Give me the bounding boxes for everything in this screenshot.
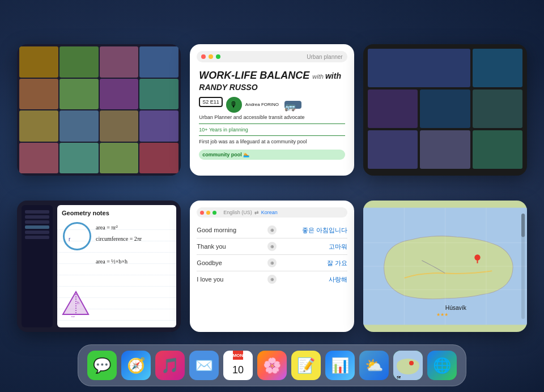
- photo-cell: [60, 79, 99, 110]
- translate-kr-1: 고마워: [281, 242, 347, 251]
- translate-content: English (US) ⇄ Korean Good morning ⊕ 좋은 …: [190, 201, 354, 332]
- close-dot: [201, 54, 206, 59]
- keynote-slide: [368, 90, 418, 128]
- appstore-icon: 🌐: [433, 357, 451, 374]
- photo-cell: [100, 110, 139, 142]
- calc-r-label: r: [69, 236, 70, 242]
- dock-safari[interactable]: 🧭: [121, 351, 151, 380]
- translate-kr-2: 잘 가요: [281, 259, 347, 267]
- translate-lang-to: Korean: [261, 210, 278, 215]
- expand-dot: [212, 211, 216, 215]
- app-card-translate[interactable]: 💬 Translate English (US) ⇄ Korean Good m…: [190, 201, 354, 332]
- notes-episode-box: S2 E11: [199, 97, 223, 107]
- notes-vehicle: 🚌: [284, 101, 301, 109]
- translate-arrow: ⇄: [254, 210, 259, 215]
- photo-cell: [19, 110, 58, 142]
- app-switcher: 🖼 Photos: [0, 0, 544, 341]
- calculator-content: Geometry notes r w h area = πr² circumfe…: [17, 201, 181, 332]
- app-card-photos[interactable]: 🖼 Photos: [17, 44, 181, 176]
- notes-title-bar: Urban planner: [197, 51, 347, 62]
- notes-sub2: 10+ Years in planning: [199, 127, 345, 133]
- translate-divider: ⊕: [267, 225, 277, 235]
- translate-en-3: I love you: [197, 276, 263, 283]
- keynote-dock-icon: 📊: [331, 357, 349, 374]
- minimize-dot: [209, 54, 213, 59]
- calc-title: Geometry notes: [62, 210, 172, 216]
- maps-content: Húsavík ★★★: [363, 201, 527, 332]
- calc-formulas: area = πr² circumference = 2πr area = ½×…: [96, 222, 142, 267]
- dock-calendar[interactable]: MON 10: [223, 351, 253, 380]
- photo-cell: [60, 143, 99, 174]
- calc-sidebar-text: [24, 207, 50, 242]
- notes-author: Andrea FORINO: [245, 102, 279, 108]
- photo-cell: [100, 143, 139, 174]
- keynote-slide: [368, 49, 470, 87]
- dock-mail[interactable]: ✉️: [189, 351, 219, 380]
- photos-content: [17, 44, 181, 176]
- keynote-slide: [473, 90, 522, 128]
- svg-text:🗺: 🗺: [397, 376, 401, 380]
- photos-dock-icon: 🌸: [263, 357, 281, 374]
- dock: 💬 🧭 🎵 ✉️ MON 10 🌸 📝 📊 ⛅ 🗺: [78, 344, 466, 386]
- app-card-maps[interactable]: 🗺 Maps Húsavík Húsavík: [363, 201, 527, 332]
- photo-cell: [60, 46, 99, 78]
- dock-music[interactable]: 🎵: [155, 351, 185, 380]
- translate-row-2: Goodbye ⊕ 잘 가요: [197, 255, 347, 271]
- keynote-slide: [473, 130, 522, 169]
- dock-notes[interactable]: 📝: [291, 351, 321, 380]
- keynote-grid: [363, 44, 527, 176]
- svg-rect-16: [521, 214, 525, 237]
- notes-divider2: [199, 135, 345, 136]
- translate-divider: ⊕: [267, 242, 277, 251]
- svg-point-18: [409, 361, 414, 365]
- translate-row-1: Thank you ⊕ 고마워: [197, 238, 347, 255]
- app-card-keynote[interactable]: 📊 Keynote Iceland: [363, 44, 527, 176]
- notes-dock-icon: 📝: [297, 357, 315, 374]
- photo-cell: [19, 143, 58, 174]
- app-card-calculator[interactable]: 🔢 Calculator Geometry notes: [17, 201, 181, 332]
- svg-text:h: h: [77, 301, 79, 305]
- photo-cell: [139, 46, 178, 78]
- dock-weather[interactable]: ⛅: [359, 351, 389, 380]
- mail-icon: ✉️: [195, 357, 213, 374]
- translate-row-3: I love you ⊕ 사랑해: [197, 271, 347, 287]
- photo-cell: [60, 110, 99, 142]
- calendar-day-name: MON: [233, 351, 244, 360]
- app-card-notes[interactable]: 📝 Notes Urban planner Urban planner WORK…: [190, 44, 354, 176]
- messages-icon: 💬: [93, 357, 111, 374]
- notes-avatar: 🎙: [226, 97, 242, 113]
- music-icon: 🎵: [161, 357, 179, 374]
- dock-maps[interactable]: 🗺: [393, 351, 423, 380]
- translate-en-0: Good morning: [197, 227, 263, 233]
- keynote-slide: [420, 90, 470, 128]
- translate-divider: ⊕: [267, 258, 277, 267]
- calc-main: Geometry notes r w h area = πr² circumfe…: [57, 205, 176, 327]
- photos-grid: [17, 44, 181, 176]
- svg-text:w: w: [71, 314, 75, 317]
- notes-divider: [199, 123, 345, 124]
- photo-cell: [139, 79, 178, 110]
- translate-en-1: Thank you: [197, 243, 263, 250]
- photo-cell: [19, 79, 58, 110]
- notes-sub1: Urban Planner and accessible transit adv…: [199, 114, 345, 121]
- keynote-slide: [420, 130, 470, 169]
- expand-dot: [216, 54, 220, 59]
- minimize-dot: [206, 211, 210, 215]
- svg-text:★★★: ★★★: [436, 312, 448, 317]
- dock-messages[interactable]: 💬: [87, 351, 117, 380]
- notes-doc-title: Urban planner: [307, 54, 342, 60]
- notes-badge: community pool 🏊: [199, 150, 345, 160]
- photo-cell: [19, 46, 58, 78]
- dock-keynote[interactable]: 📊: [325, 351, 355, 380]
- calc-circle: [63, 222, 91, 250]
- translate-divider: ⊕: [267, 275, 277, 284]
- close-dot: [200, 211, 204, 215]
- dock-appstore[interactable]: 🌐: [427, 351, 457, 380]
- calc-sidebar: [22, 205, 53, 327]
- translate-en-2: Goodbye: [197, 259, 263, 266]
- photo-cell: [139, 143, 178, 174]
- weather-icon: ⛅: [365, 357, 383, 374]
- notes-sub3: First job was as a lifeguard at a commun…: [199, 139, 345, 146]
- maps-dock-icon: 🗺: [393, 351, 423, 380]
- dock-photos[interactable]: 🌸: [257, 351, 287, 380]
